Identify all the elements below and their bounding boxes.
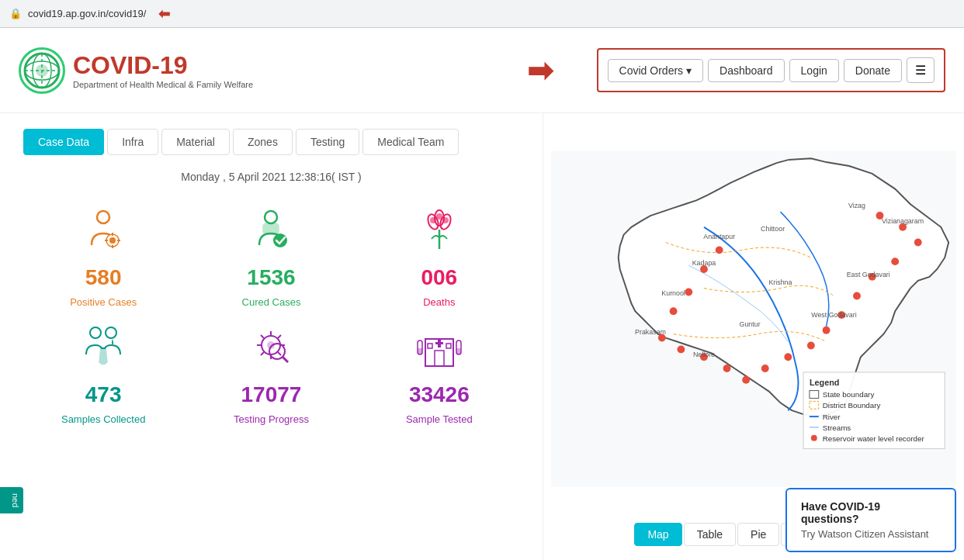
svg-point-19 bbox=[430, 217, 436, 223]
svg-rect-45 bbox=[418, 348, 422, 354]
dashboard-button[interactable]: Dashboard bbox=[708, 59, 785, 82]
svg-text:Kadapa: Kadapa bbox=[692, 259, 716, 267]
svg-point-54 bbox=[853, 292, 861, 300]
svg-text:West Godavari: West Godavari bbox=[811, 311, 856, 319]
svg-point-21 bbox=[442, 217, 449, 223]
tab-infra[interactable]: Infra bbox=[107, 129, 158, 155]
svg-rect-42 bbox=[428, 344, 432, 348]
map-tab-table[interactable]: Table bbox=[684, 523, 736, 546]
tab-testing[interactable]: Testing bbox=[296, 129, 359, 155]
svg-text:Streams: Streams bbox=[823, 423, 851, 432]
stat-sample-tested: 33426 Sample Tested bbox=[359, 323, 519, 425]
svg-rect-41 bbox=[438, 340, 441, 347]
testing-progress-icon bbox=[248, 323, 294, 376]
svg-text:Nellore: Nellore bbox=[693, 351, 715, 358]
svg-text:Anantapur: Anantapur bbox=[703, 233, 735, 240]
svg-point-61 bbox=[723, 365, 731, 372]
main-wrapper: COVID-19 Department of Health Medical & … bbox=[0, 28, 964, 560]
svg-point-91 bbox=[811, 435, 817, 441]
svg-rect-14 bbox=[263, 223, 279, 234]
svg-point-6 bbox=[97, 211, 109, 223]
svg-point-66 bbox=[685, 289, 692, 296]
map-container: Vizag Vizianagaram East Godavari West Go… bbox=[551, 121, 956, 517]
svg-text:Chittoor: Chittoor bbox=[761, 225, 785, 233]
stat-testing-progress: 17077 Testing Progress bbox=[191, 323, 351, 425]
svg-point-68 bbox=[716, 246, 723, 254]
left-edge-tab[interactable]: ned bbox=[0, 487, 23, 513]
svg-text:River: River bbox=[823, 413, 841, 421]
svg-text:Vizag: Vizag bbox=[848, 202, 865, 209]
content-area: Case Data Infra Material Zones Testing M… bbox=[0, 113, 964, 560]
url-bar[interactable]: covid19.ap.gov.in/covid19/ bbox=[28, 8, 146, 19]
assistant-title: Have COVID-19 questions? bbox=[801, 500, 941, 525]
sample-tested-label: Sample Tested bbox=[406, 413, 473, 425]
menu-button[interactable]: ☰ bbox=[907, 57, 935, 83]
stats-grid: 580 Positive Cases bbox=[23, 206, 519, 425]
cured-cases-icon bbox=[248, 206, 294, 259]
stat-positive-cases: 580 Positive Cases bbox=[23, 206, 183, 308]
svg-point-20 bbox=[436, 213, 442, 220]
map-tab-map[interactable]: Map bbox=[634, 523, 681, 546]
svg-rect-43 bbox=[446, 344, 451, 348]
nav-buttons-area: Covid Orders ▾ Dashboard Login Donate ☰ bbox=[597, 48, 945, 92]
svg-point-65 bbox=[670, 307, 678, 315]
svg-point-8 bbox=[109, 237, 116, 244]
arrow-annotation: ⬅ bbox=[158, 5, 170, 22]
svg-point-59 bbox=[761, 365, 769, 372]
testing-progress-label: Testing Progress bbox=[234, 413, 309, 425]
assistant-subtitle: Try Watson Citizen Assistant bbox=[801, 528, 941, 540]
svg-point-56 bbox=[823, 327, 830, 334]
svg-point-15 bbox=[273, 233, 287, 247]
svg-rect-47 bbox=[456, 348, 461, 354]
stat-cured-cases: 1536 Cured Cases bbox=[191, 206, 351, 308]
svg-line-32 bbox=[261, 335, 264, 338]
logo-title: COVID-19 bbox=[73, 51, 253, 80]
tabs: Case Data Infra Material Zones Testing M… bbox=[23, 129, 519, 155]
navbar: COVID-19 Department of Health Medical & … bbox=[0, 28, 964, 113]
donate-button[interactable]: Donate bbox=[844, 59, 902, 82]
logo-subtitle: Department of Health Medical & Family We… bbox=[73, 80, 253, 89]
svg-line-35 bbox=[278, 352, 281, 355]
svg-point-58 bbox=[784, 353, 792, 361]
logo-area: COVID-19 Department of Health Medical & … bbox=[19, 47, 253, 94]
sample-tested-number: 33426 bbox=[409, 382, 470, 407]
left-panel: Case Data Infra Material Zones Testing M… bbox=[0, 113, 543, 560]
tab-material[interactable]: Material bbox=[161, 129, 230, 155]
assistant-box[interactable]: Have COVID-19 questions? Try Watson Citi… bbox=[785, 488, 956, 552]
svg-text:Krishna: Krishna bbox=[768, 278, 792, 286]
svg-text:District Boundary: District Boundary bbox=[823, 401, 881, 410]
svg-text:East Godavari: East Godavari bbox=[847, 271, 890, 278]
svg-text:Prakasam: Prakasam bbox=[635, 328, 666, 336]
cured-cases-label: Cured Cases bbox=[242, 296, 301, 308]
svg-point-13 bbox=[265, 211, 277, 223]
deaths-number: 006 bbox=[421, 265, 457, 290]
svg-point-60 bbox=[742, 376, 750, 384]
sample-tested-icon bbox=[416, 323, 463, 376]
svg-point-24 bbox=[106, 327, 116, 338]
stat-deaths: 006 Deaths bbox=[359, 206, 519, 308]
tab-case-data[interactable]: Case Data bbox=[23, 129, 104, 155]
testing-progress-number: 17077 bbox=[241, 382, 302, 407]
positive-cases-icon bbox=[80, 206, 127, 259]
samples-collected-number: 473 bbox=[85, 382, 122, 407]
map-tab-pie[interactable]: Pie bbox=[737, 523, 779, 546]
cured-cases-number: 1536 bbox=[247, 265, 295, 290]
svg-rect-39 bbox=[435, 351, 444, 366]
covid-orders-button[interactable]: Covid Orders ▾ bbox=[608, 59, 703, 82]
svg-point-57 bbox=[807, 342, 815, 350]
svg-text:Legend: Legend bbox=[810, 378, 840, 387]
stat-samples-collected: 473 Samples Collected bbox=[23, 323, 183, 425]
timestamp: Monday , 5 April 2021 12:38:16( IST ) bbox=[23, 171, 519, 183]
deaths-label: Deaths bbox=[423, 296, 455, 308]
tab-zones[interactable]: Zones bbox=[233, 129, 293, 155]
tab-medical-team[interactable]: Medical Team bbox=[362, 129, 459, 155]
svg-line-33 bbox=[278, 335, 281, 338]
lock-icon: 🔒 bbox=[9, 8, 22, 19]
svg-line-34 bbox=[261, 352, 264, 355]
login-button[interactable]: Login bbox=[789, 59, 839, 82]
logo-text: COVID-19 Department of Health Medical & … bbox=[73, 51, 253, 89]
nav-annotation-arrow: ➡ bbox=[527, 53, 553, 88]
map-svg: Vizag Vizianagaram East Godavari West Go… bbox=[551, 121, 956, 517]
positive-cases-label: Positive Cases bbox=[70, 296, 137, 308]
svg-line-37 bbox=[283, 357, 288, 362]
